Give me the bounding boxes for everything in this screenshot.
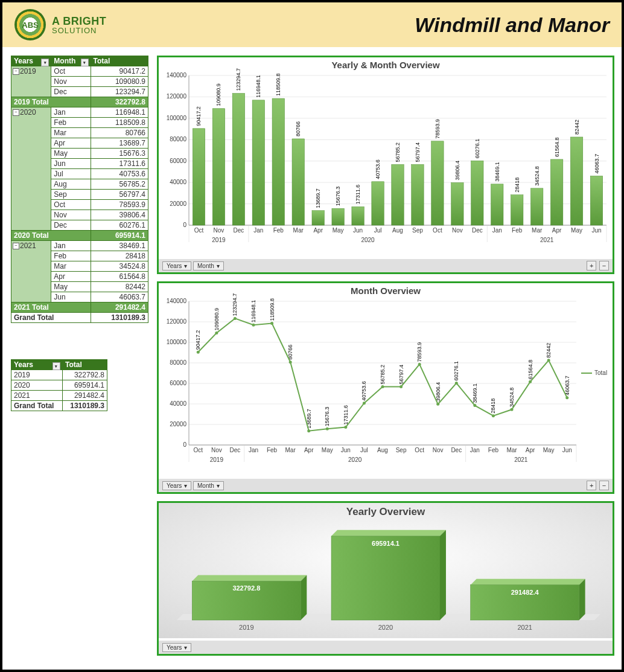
svg-text:Jun: Jun (341, 447, 351, 453)
svg-text:39806.4: 39806.4 (454, 161, 460, 181)
expand-button[interactable]: + (587, 481, 596, 490)
svg-text:40000: 40000 (170, 179, 186, 185)
svg-text:May: May (543, 447, 555, 453)
svg-point-152 (234, 317, 237, 320)
svg-text:80000: 80000 (170, 359, 186, 366)
svg-text:Jan: Jan (492, 227, 502, 234)
svg-text:Month Overview: Month Overview (351, 286, 421, 296)
svg-text:140000: 140000 (167, 298, 187, 304)
svg-text:Jan: Jan (253, 227, 263, 234)
svg-text:2019: 2019 (212, 237, 226, 243)
pivot-header[interactable]: Total (91, 56, 148, 66)
filter-years-button[interactable]: Years ▾ (162, 481, 191, 490)
collapse-button[interactable]: − (599, 481, 609, 490)
collapse-icon[interactable]: − (13, 243, 19, 249)
collapse-button[interactable]: − (599, 261, 609, 270)
svg-text:Oct: Oct (433, 227, 442, 234)
table-row[interactable]: 2020695914.1 (11, 380, 107, 391)
svg-marker-194 (579, 579, 585, 620)
filter-years-button[interactable]: Years ▾ (162, 261, 191, 270)
svg-text:Mar: Mar (506, 447, 517, 453)
svg-point-166 (492, 414, 495, 417)
svg-point-170 (565, 396, 568, 399)
svg-rect-37 (312, 211, 324, 225)
svg-rect-25 (232, 94, 244, 225)
svg-text:Nov: Nov (452, 227, 463, 234)
pivot-header[interactable]: Month▾ (51, 56, 91, 66)
svg-text:Apr: Apr (313, 227, 323, 234)
table-row[interactable]: −2021Jan38469.1 (11, 241, 148, 251)
svg-text:60276.1: 60276.1 (453, 361, 459, 381)
pivot-header[interactable]: Years▾ (11, 56, 51, 66)
svg-text:2020: 2020 (378, 624, 393, 631)
subtotal-row: 2020 Total695914.1 (11, 231, 148, 241)
svg-text:Jul: Jul (374, 227, 382, 234)
svg-text:Nov: Nov (433, 447, 444, 453)
svg-point-161 (400, 385, 403, 388)
svg-rect-31 (272, 98, 284, 225)
svg-rect-49 (392, 164, 404, 225)
svg-text:20000: 20000 (170, 200, 186, 207)
table-row[interactable]: −2020Jan116948.1 (11, 107, 148, 118)
svg-text:118509.8: 118509.8 (269, 298, 275, 321)
pivot-year-total[interactable]: Years▾Total2019322792.82020695914.120212… (11, 359, 107, 411)
panel-bar: Yearly & Month Overview02000040000600008… (157, 56, 614, 274)
collapse-icon[interactable]: − (13, 109, 19, 116)
svg-text:Yearly Overview: Yearly Overview (346, 506, 425, 517)
grandtotal-row: Grand Total1310189.3 (11, 313, 148, 323)
svg-text:Jul: Jul (360, 447, 368, 453)
expand-button[interactable]: + (587, 261, 596, 270)
svg-text:Feb: Feb (267, 447, 278, 453)
svg-text:Aug: Aug (392, 227, 403, 234)
panel-yearly-footer: Years ▾ (159, 641, 613, 654)
svg-rect-64 (491, 184, 503, 225)
svg-text:Oct: Oct (194, 447, 203, 453)
svg-text:Mar: Mar (293, 227, 304, 234)
filter-years-button[interactable]: Years ▾ (162, 643, 191, 652)
summary-header[interactable]: Total (62, 360, 107, 370)
svg-rect-190 (331, 536, 440, 620)
svg-text:34524.8: 34524.8 (534, 166, 540, 186)
svg-point-167 (511, 408, 514, 411)
svg-rect-61 (471, 161, 483, 225)
svg-text:28418: 28418 (514, 178, 520, 193)
grandtotal-row: Grand Total1310189.3 (11, 401, 107, 411)
table-row[interactable]: 2021291482.4 (11, 391, 107, 401)
svg-text:291482.4: 291482.4 (511, 589, 540, 596)
svg-text:60000: 60000 (170, 158, 186, 164)
svg-text:120000: 120000 (167, 318, 187, 325)
svg-rect-55 (431, 141, 444, 225)
year-cell[interactable]: −2021 (11, 241, 51, 302)
svg-text:116948.1: 116948.1 (250, 300, 256, 323)
filter-month-button[interactable]: Month ▾ (193, 481, 224, 490)
svg-marker-188 (331, 530, 446, 536)
svg-text:Apr: Apr (526, 447, 535, 453)
svg-point-162 (418, 363, 421, 366)
svg-point-169 (547, 359, 550, 362)
svg-text:56797.4: 56797.4 (398, 365, 404, 385)
svg-text:Jan: Jan (249, 447, 258, 453)
summary-header[interactable]: Years▾ (11, 360, 63, 370)
svg-rect-76 (570, 137, 582, 225)
svg-text:Sep: Sep (396, 447, 407, 453)
svg-text:Jun: Jun (353, 227, 363, 234)
svg-rect-34 (292, 139, 304, 225)
year-cell[interactable]: −2019 (11, 66, 51, 97)
svg-text:140000: 140000 (167, 72, 187, 78)
svg-text:Dec: Dec (230, 447, 241, 453)
svg-text:61564.8: 61564.8 (554, 137, 560, 157)
year-cell[interactable]: −2020 (11, 107, 51, 231)
svg-rect-19 (193, 129, 205, 225)
pivot-year-month[interactable]: Years▾Month▾Total−2019Oct90417.2Nov10908… (11, 56, 148, 323)
svg-text:0: 0 (183, 441, 186, 448)
svg-text:Nov: Nov (214, 227, 224, 234)
table-row[interactable]: 2019322792.8 (11, 370, 107, 380)
filter-month-button[interactable]: Month ▾ (193, 261, 224, 270)
svg-text:40000: 40000 (170, 400, 186, 407)
table-row[interactable]: −2019Oct90417.2 (11, 66, 148, 77)
svg-text:15676.3: 15676.3 (324, 407, 330, 427)
svg-text:40753.6: 40753.6 (375, 159, 381, 179)
collapse-icon[interactable]: − (13, 68, 19, 75)
svg-text:Apr: Apr (304, 447, 314, 453)
svg-point-159 (363, 402, 366, 405)
